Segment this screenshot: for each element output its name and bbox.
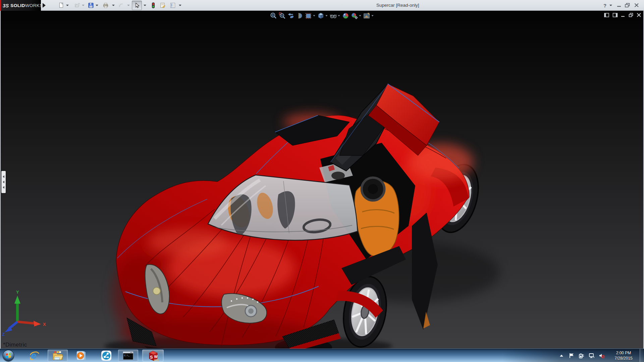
new-file-icon	[58, 2, 64, 8]
minimize-button[interactable]	[616, 3, 622, 8]
undo-dropdown[interactable]	[127, 5, 130, 6]
previous-view-icon[interactable]	[287, 12, 295, 20]
options-dropdown[interactable]	[179, 5, 181, 6]
select-dropdown[interactable]	[142, 1, 148, 10]
file-properties-button[interactable]	[158, 1, 167, 10]
heads-up-view-toolbar	[269, 12, 375, 20]
view-orientation-icon[interactable]	[317, 12, 325, 20]
select-cursor-icon	[134, 2, 140, 8]
annotation-views-dropdown[interactable]	[313, 15, 315, 16]
reference-triad: Y X Z	[1, 289, 51, 336]
open-folder-icon	[74, 2, 80, 8]
restore-button[interactable]	[625, 3, 630, 8]
save-floppy-icon	[88, 2, 94, 8]
axis-x-label: X	[43, 322, 46, 327]
power-battery-icon[interactable]	[578, 353, 585, 359]
zoom-to-area-icon[interactable]	[278, 12, 286, 20]
expand-pane-arrow-icon	[3, 175, 4, 178]
close-icon	[634, 3, 639, 8]
taskbar-node-share-app[interactable]	[97, 350, 115, 362]
taskbar-windows-explorer[interactable]	[48, 350, 68, 362]
cmd-prompt-text: C:\_	[124, 354, 130, 357]
document-window-controls	[604, 13, 641, 17]
save-dropdown[interactable]	[96, 5, 98, 6]
expand-pane-arrow-icon	[3, 181, 4, 183]
logo-red-strip	[0, 0, 1, 11]
brand-name-bold: SOLID	[10, 3, 25, 8]
network-icon[interactable]	[588, 353, 595, 359]
taskbar-command-prompt[interactable]: C:\_	[118, 350, 138, 362]
doc-close-icon[interactable]	[637, 13, 641, 17]
start-button[interactable]	[3, 350, 14, 361]
clock-time: 2:00 PM	[611, 350, 636, 356]
edit-appearance-icon[interactable]	[342, 12, 350, 20]
traffic-light-icon	[150, 2, 156, 8]
close-button[interactable]	[634, 3, 639, 8]
show-left-pane-icon[interactable]	[604, 13, 609, 17]
minimize-icon	[616, 3, 622, 8]
options-button[interactable]	[168, 1, 177, 10]
volume-muted-icon[interactable]	[598, 353, 605, 359]
show-right-pane-icon[interactable]	[612, 13, 618, 17]
3ds-mark: 3S	[3, 3, 9, 8]
help-button[interactable]: ?	[603, 3, 606, 8]
new-dropdown[interactable]	[66, 5, 69, 6]
taskbar-media-player[interactable]	[72, 350, 90, 362]
doc-restore-icon[interactable]	[629, 13, 634, 17]
command-prompt-icon: C:\_	[122, 351, 134, 360]
print-button[interactable]	[101, 1, 110, 10]
windows-flag-icon	[5, 353, 12, 359]
action-center-flag-icon[interactable]	[568, 353, 575, 359]
scene-appearance-icon[interactable]	[351, 12, 359, 20]
sw-year: 2015	[154, 359, 159, 361]
hide-show-items-dropdown[interactable]	[338, 15, 340, 16]
taskbar-internet-explorer[interactable]: e	[25, 350, 44, 362]
media-player-icon	[75, 350, 86, 361]
help-dropdown[interactable]	[609, 5, 612, 6]
undo-icon	[118, 2, 124, 8]
graphics-viewport[interactable]: Y X Z *Dimetric	[0, 11, 644, 349]
view-orientation-label: *Dimetric	[3, 342, 27, 348]
annotation-views-icon[interactable]	[305, 12, 313, 20]
show-hidden-icons-button[interactable]	[558, 353, 565, 359]
sw-letter-w: W	[154, 355, 158, 359]
scene-appearance-dropdown[interactable]	[359, 15, 361, 16]
print-dropdown[interactable]	[112, 5, 115, 6]
apply-scene-icon[interactable]	[363, 12, 371, 20]
document-title: Supercar [Read-only]	[376, 0, 419, 11]
print-icon	[103, 2, 109, 8]
section-view-icon[interactable]	[296, 12, 304, 20]
sw-letter-s: S	[150, 355, 153, 360]
zoom-to-fit-icon[interactable]	[270, 12, 278, 20]
feature-manager-collapsed-tab[interactable]	[1, 171, 6, 193]
solidworks-window: 3S SOLIDWORKS	[0, 0, 644, 362]
undo-button[interactable]	[117, 1, 125, 10]
new-button[interactable]	[57, 1, 66, 10]
select-tool-button[interactable]	[132, 1, 142, 10]
brand-name-light: WORKS	[25, 3, 43, 8]
view-orientation-dropdown[interactable]	[326, 15, 328, 16]
windows-explorer-icon	[52, 351, 63, 361]
open-dropdown[interactable]	[82, 5, 85, 6]
3d-model-supercar[interactable]	[0, 11, 644, 349]
view-settings-dropdown[interactable]	[372, 15, 374, 16]
clock-date: 7/28/2015	[611, 356, 636, 361]
doc-minimize-icon[interactable]	[621, 13, 626, 17]
solidworks-cube-icon: S W 2015	[147, 350, 159, 361]
taskbar-solidworks[interactable]: S W 2015	[142, 350, 164, 362]
save-button[interactable]	[87, 1, 95, 10]
axis-z-label: Z	[2, 332, 5, 336]
menu-flyout-arrow-icon[interactable]	[43, 3, 46, 8]
windows-taskbar: e	[0, 349, 644, 362]
show-desktop-button[interactable]	[640, 349, 644, 362]
internet-explorer-icon: e	[29, 350, 40, 361]
axis-y-label: Y	[16, 290, 19, 295]
title-bar: 3S SOLIDWORKS	[0, 0, 644, 11]
solidworks-logo[interactable]: 3S SOLIDWORKS	[0, 0, 41, 11]
rebuild-button[interactable]	[149, 1, 158, 10]
hide-show-items-icon[interactable]	[329, 12, 337, 20]
options-checklist-icon	[170, 2, 176, 8]
file-properties-icon	[160, 2, 166, 8]
open-button[interactable]	[73, 1, 82, 10]
taskbar-clock[interactable]: 2:00 PM 7/28/2015	[611, 350, 636, 361]
